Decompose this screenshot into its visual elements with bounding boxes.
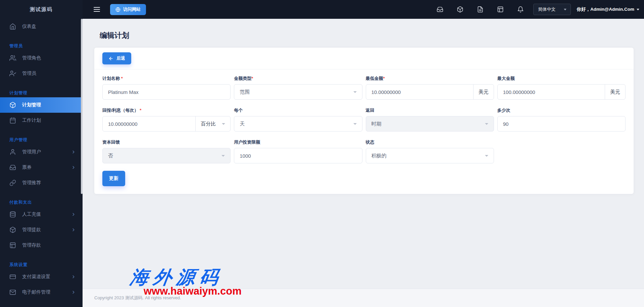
sidebar-item-label: 电子邮件管理 — [22, 289, 50, 295]
interest-unit-select[interactable]: 百分比 — [195, 116, 230, 131]
times-input[interactable] — [498, 116, 625, 131]
field-empty — [497, 139, 626, 163]
sidebar-item-label: 人工充值 — [22, 211, 41, 217]
field-plan-name: 计划名称 * — [102, 75, 231, 100]
chevron-right-icon — [71, 165, 76, 170]
min-amount-input[interactable] — [366, 85, 473, 99]
sidebar-scrollbar[interactable] — [81, 19, 83, 194]
chevron-down-icon — [353, 123, 357, 125]
mail-icon — [9, 289, 16, 296]
field-min-amount: 最低金额* 美元 — [366, 75, 494, 100]
field-capital-back: 资本回馈 否 — [102, 139, 231, 163]
package-icon[interactable] — [457, 6, 463, 13]
field-label: 返回 — [366, 108, 375, 113]
sidebar-nav: 仪表盘 管理员 管理角色 管理员 计划管理 计划管理 工作计划 用户管理 — [0, 19, 83, 300]
max-amount-input[interactable] — [498, 85, 605, 99]
sidebar-section-admin: 管理员 — [0, 42, 83, 50]
field-label: 状态 — [366, 140, 375, 145]
sidebar-item-admins[interactable]: 管理员 — [0, 66, 83, 81]
field-per: 每个 天 — [234, 107, 362, 132]
page-title: 编辑计划 — [83, 19, 644, 48]
selected-value: 积极的 — [371, 153, 387, 159]
chevron-right-icon — [71, 227, 76, 232]
chevron-right-icon — [71, 290, 76, 295]
chevron-down-icon — [221, 155, 225, 157]
required-asterisk: * — [383, 76, 385, 81]
field-amount-type: 金额类型* 范围 — [234, 75, 362, 100]
sidebar-item-manage-users[interactable]: 管理用户 — [0, 144, 83, 160]
sidebar-item-plan-manage[interactable]: 计划管理 — [0, 97, 83, 113]
chevron-down-icon — [564, 9, 566, 10]
chevron-down-icon — [637, 9, 639, 10]
edit-plan-card: 后退 计划名称 * 金额类型* 范围 — [94, 48, 634, 194]
chevron-right-icon — [71, 212, 76, 217]
sidebar-item-manage-referrals[interactable]: 管理推荐 — [0, 175, 83, 191]
topbar-right: 简体中文 你好，Admin@Admin.Com — [423, 4, 639, 15]
field-label: 最低金额 — [366, 76, 383, 81]
status-select[interactable]: 积极的 — [366, 148, 494, 163]
user-menu[interactable]: 你好，Admin@Admin.Com — [577, 6, 639, 12]
sidebar-item-dashboard[interactable]: 仪表盘 — [0, 19, 83, 34]
topbar: 访问网站 简体中文 你好，Admin@Admin.Com — [83, 0, 644, 19]
sidebar-item-manage-roles[interactable]: 管理角色 — [0, 50, 83, 66]
back-button[interactable]: 后退 — [102, 52, 131, 64]
selected-value: 否 — [108, 153, 113, 159]
edit-plan-form: 计划名称 * 金额类型* 范围 最低金额* — [102, 75, 626, 163]
visit-site-button[interactable]: 访问网站 — [110, 4, 146, 15]
sidebar-item-manual-recharge[interactable]: 人工充值 — [0, 207, 83, 222]
sidebar-item-email-manage[interactable]: 电子邮件管理 — [0, 285, 83, 300]
amount-type-select[interactable]: 范围 — [234, 84, 362, 100]
currency-addon: 美元 — [605, 85, 625, 99]
sidebar-item-payment-channel-settings[interactable]: 支付渠道设置 — [0, 269, 83, 285]
sidebar-item-work-plan[interactable]: 工作计划 — [0, 113, 83, 128]
sidebar-item-manage-withdrawals[interactable]: 管理提款 — [0, 222, 83, 238]
cube-icon — [9, 102, 16, 108]
sidebar: 测试源码 仪表盘 管理员 管理角色 管理员 计划管理 计划管理 — [0, 0, 83, 307]
update-button[interactable]: 更新 — [102, 171, 125, 186]
users-icon — [9, 55, 16, 61]
chevron-down-icon — [353, 91, 357, 93]
language-select[interactable]: 简体中文 — [533, 4, 571, 15]
arrow-left-icon — [108, 56, 113, 61]
file-text-icon[interactable] — [477, 6, 484, 13]
chevron-down-icon — [485, 155, 488, 157]
sidebar-item-label: 计划管理 — [22, 102, 41, 108]
sidebar-item-label: 管理提款 — [22, 227, 41, 233]
app-window: 测试源码 仪表盘 管理员 管理角色 管理员 计划管理 计划管理 — [0, 0, 644, 307]
database-icon — [9, 211, 16, 218]
user-icon — [9, 149, 16, 155]
user-greeting: 你好，Admin@Admin.Com — [577, 6, 634, 12]
app-logo: 测试源码 — [0, 0, 83, 19]
sidebar-item-label: 管理用户 — [22, 149, 41, 155]
sidebar-section-plan: 计划管理 — [0, 89, 83, 97]
field-times: 多少次 — [497, 107, 626, 132]
home-icon — [9, 23, 16, 30]
chevron-right-icon — [71, 150, 76, 154]
plan-name-input[interactable] — [103, 85, 230, 99]
menu-toggle-icon[interactable] — [94, 7, 100, 12]
field-invest-limit: 用户投资限额 — [234, 139, 362, 163]
sidebar-item-manage-deposits[interactable]: 管理存款 — [0, 238, 83, 253]
bell-icon[interactable] — [517, 6, 524, 13]
field-label: 资本回馈 — [102, 140, 120, 145]
return-interest-input[interactable] — [103, 116, 195, 131]
invest-limit-input[interactable] — [234, 148, 362, 163]
package-icon — [9, 226, 16, 233]
inbox-icon[interactable] — [437, 6, 443, 13]
return-type-select[interactable]: 时期 — [366, 116, 494, 132]
layout-grid-icon[interactable] — [497, 6, 504, 13]
selected-value: 百分比 — [201, 121, 216, 127]
capital-back-select[interactable]: 否 — [102, 148, 231, 163]
sidebar-section-payment: 付款和支出 — [0, 198, 83, 207]
chevron-down-icon — [222, 123, 225, 125]
sidebar-item-tickets[interactable]: 票券 — [0, 160, 83, 175]
field-label: 计划名称 — [102, 76, 121, 81]
field-label: 多少次 — [497, 108, 510, 113]
field-label: 最大金额 — [497, 76, 515, 81]
field-return-interest: 回报/利息（每次） * 百分比 — [102, 107, 231, 132]
chevron-down-icon — [485, 123, 488, 125]
sidebar-item-label: 仪表盘 — [22, 23, 36, 30]
user-check-icon — [9, 70, 16, 77]
per-select[interactable]: 天 — [234, 116, 362, 132]
card-header: 后退 — [94, 48, 634, 69]
